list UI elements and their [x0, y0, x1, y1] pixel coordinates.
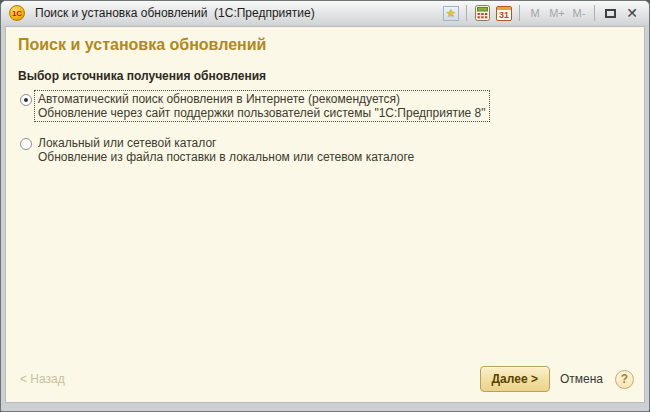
memory-m-plus-button[interactable]: M+	[546, 3, 568, 23]
radio-option-description: Обновление через сайт поддержки пользова…	[38, 106, 486, 120]
wizard-content: Поиск и установка обновлений Выбор источ…	[5, 26, 645, 403]
close-icon: ✕	[626, 6, 638, 20]
maximize-icon	[605, 9, 616, 18]
radio-option-internet-update[interactable]: Автоматический поиск обновления в Интерн…	[20, 91, 644, 121]
window-title: Поиск и установка обновлений (1С:Предпри…	[35, 6, 315, 20]
toolbar-divider	[519, 5, 520, 21]
wizard-footer: < Назад Далее > Отмена ?	[6, 366, 644, 392]
titlebar-toolbar: ★ 31	[440, 1, 643, 25]
maximize-button[interactable]	[599, 3, 621, 23]
page-title: Поиск и установка обновлений	[18, 36, 644, 54]
toolbar-divider	[594, 5, 595, 21]
radio-button-icon[interactable]	[20, 94, 32, 106]
next-button[interactable]: Далее >	[480, 366, 550, 392]
footer-actions: Далее > Отмена ?	[480, 366, 634, 392]
calendar-button[interactable]: 31	[493, 3, 515, 23]
radio-option-label: Автоматический поиск обновления в Интерн…	[38, 92, 400, 106]
close-button[interactable]: ✕	[621, 3, 643, 23]
favorites-button[interactable]: ★	[440, 3, 462, 23]
calendar-icon: 31	[496, 5, 512, 21]
toolbar-divider	[466, 5, 467, 21]
memory-m-button[interactable]: M	[524, 3, 546, 23]
memory-m-minus-button[interactable]: M-	[568, 3, 590, 23]
cancel-button[interactable]: Отмена	[560, 372, 603, 386]
radio-button-icon[interactable]	[20, 138, 32, 150]
radio-option-text: Автоматический поиск обновления в Интерн…	[35, 91, 489, 121]
favorites-star-icon: ★	[443, 6, 459, 21]
radio-option-label: Локальный или сетевой каталог	[38, 136, 216, 150]
calculator-button[interactable]	[471, 3, 493, 23]
back-button[interactable]: < Назад	[20, 372, 65, 386]
help-button[interactable]: ?	[615, 370, 634, 389]
radio-option-local-catalog[interactable]: Локальный или сетевой каталог Обновление…	[20, 135, 644, 165]
app-window: 1С Поиск и установка обновлений (1С:Пред…	[0, 0, 650, 412]
radio-option-description: Обновление из файла поставки в локальном…	[38, 150, 414, 164]
svg-text:31: 31	[499, 10, 509, 20]
one-c-logo-icon: 1С	[9, 5, 25, 21]
radio-option-text: Локальный или сетевой каталог Обновление…	[35, 135, 417, 165]
titlebar: 1С Поиск и установка обновлений (1С:Пред…	[1, 1, 649, 25]
source-section-label: Выбор источника получения обновления	[18, 69, 644, 83]
calculator-icon	[475, 5, 490, 21]
